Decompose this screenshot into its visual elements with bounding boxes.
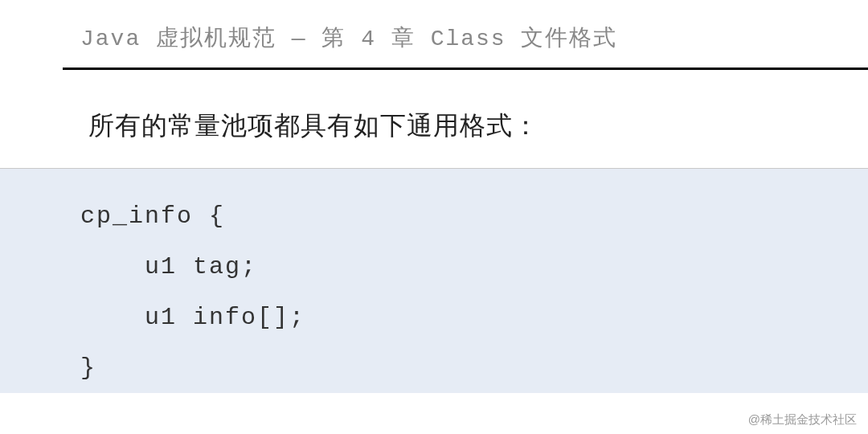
code-line-4: } bbox=[80, 343, 868, 394]
intro-text-content: 所有的常量池项都具有如下通用格式： bbox=[88, 111, 539, 140]
watermark: @稀土掘金技术社区 bbox=[748, 412, 857, 428]
code-line-3: u1 info[]; bbox=[80, 293, 868, 343]
page-header: Java 虚拟机规范 — 第 4 章 Class 文件格式 bbox=[0, 0, 868, 68]
code-line-2: u1 tag; bbox=[80, 242, 868, 293]
intro-paragraph: 所有的常量池项都具有如下通用格式： bbox=[0, 70, 868, 168]
watermark-text: @稀土掘金技术社区 bbox=[748, 412, 857, 426]
code-block: cp_info { u1 tag; u1 info[]; } bbox=[0, 168, 868, 393]
header-title: Java 虚拟机规范 — 第 4 章 Class 文件格式 bbox=[80, 27, 617, 51]
code-line-1: cp_info { bbox=[80, 191, 868, 242]
